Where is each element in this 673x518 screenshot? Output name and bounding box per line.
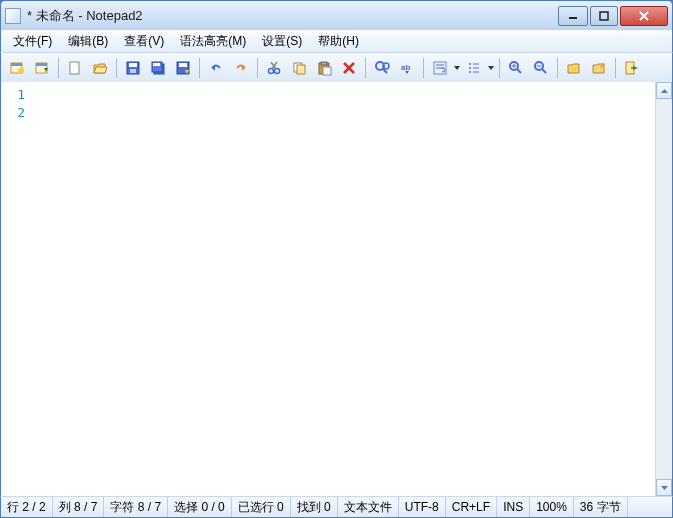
svg-point-40 (469, 71, 471, 73)
svg-line-47 (542, 69, 546, 73)
separator (615, 58, 616, 78)
status-bytes[interactable]: 36 字节 (574, 497, 628, 517)
menu-settings[interactable]: 设置(S) (254, 31, 310, 52)
svg-rect-15 (153, 63, 160, 66)
separator (499, 58, 500, 78)
svg-point-36 (469, 63, 471, 65)
svg-point-6 (18, 68, 24, 74)
scrollbar-track[interactable] (656, 99, 672, 479)
window-title: * 未命名 - Notepad2 (27, 7, 556, 25)
window-controls (556, 6, 668, 26)
svg-rect-11 (129, 63, 137, 67)
svg-rect-12 (130, 69, 136, 73)
scroll-down-icon[interactable] (656, 479, 672, 496)
svg-point-18 (269, 68, 274, 73)
status-char[interactable]: 字符 8 / 7 (104, 497, 168, 517)
open-file-icon[interactable] (88, 56, 112, 80)
status-sellines[interactable]: 已选行 0 (232, 497, 291, 517)
list-icon[interactable] (462, 56, 486, 80)
status-zoom[interactable]: 100% (530, 497, 574, 517)
svg-rect-1 (600, 12, 608, 20)
redo-icon[interactable] (229, 56, 253, 80)
new-file-icon[interactable] (63, 56, 87, 80)
separator (557, 58, 558, 78)
svg-rect-25 (321, 62, 327, 65)
status-eol[interactable]: CR+LF (446, 497, 497, 517)
menubar: 文件(F) 编辑(B) 查看(V) 语法高亮(M) 设置(S) 帮助(H) (0, 30, 673, 52)
svg-line-2 (640, 12, 648, 20)
svg-rect-8 (36, 63, 47, 66)
zoom-out-icon[interactable] (529, 56, 553, 80)
svg-line-3 (640, 12, 648, 20)
replace-icon[interactable]: ab (395, 56, 419, 80)
svg-point-19 (275, 68, 280, 73)
toolbar: ab (0, 52, 673, 82)
status-find[interactable]: 找到 0 (291, 497, 338, 517)
cut-icon[interactable] (262, 56, 286, 80)
svg-rect-17 (179, 63, 187, 67)
zoom-in-icon[interactable] (504, 56, 528, 80)
menu-view[interactable]: 查看(V) (116, 31, 172, 52)
menu-help[interactable]: 帮助(H) (310, 31, 367, 52)
svg-text:ab: ab (401, 63, 410, 72)
svg-rect-5 (11, 63, 22, 66)
save-icon[interactable] (121, 56, 145, 80)
undo-icon[interactable] (204, 56, 228, 80)
minimize-button[interactable] (558, 6, 588, 26)
edit-fav-icon[interactable] (587, 56, 611, 80)
save-as-icon[interactable] (171, 56, 195, 80)
exit-icon[interactable] (620, 56, 644, 80)
editor-area[interactable]: 1 2 (0, 82, 673, 496)
svg-rect-26 (323, 67, 331, 75)
copy-icon[interactable] (287, 56, 311, 80)
menu-syntax[interactable]: 语法高亮(M) (172, 31, 254, 52)
text-editor[interactable] (35, 82, 672, 496)
scroll-up-icon[interactable] (656, 82, 672, 99)
word-wrap-icon[interactable] (428, 56, 452, 80)
status-encoding[interactable]: UTF-8 (399, 497, 446, 517)
line-number: 1 (1, 86, 35, 104)
find-icon[interactable] (370, 56, 394, 80)
delete-icon[interactable] (337, 56, 361, 80)
statusbar: 行 2 / 2 列 8 / 7 字符 8 / 7 选择 0 / 0 已选行 0 … (0, 496, 673, 518)
svg-rect-23 (297, 65, 305, 74)
dropdown-icon[interactable] (453, 66, 461, 70)
menu-edit[interactable]: 编辑(B) (60, 31, 116, 52)
separator (116, 58, 117, 78)
favorites-icon[interactable] (562, 56, 586, 80)
save-all-icon[interactable] (146, 56, 170, 80)
open-in-icon[interactable] (30, 56, 54, 80)
menu-file[interactable]: 文件(F) (5, 31, 60, 52)
status-col[interactable]: 列 8 / 7 (53, 497, 105, 517)
status-filetype[interactable]: 文本文件 (338, 497, 399, 517)
status-mode[interactable]: INS (497, 497, 530, 517)
paste-icon[interactable] (312, 56, 336, 80)
app-icon (5, 8, 21, 24)
vertical-scrollbar[interactable] (655, 82, 672, 496)
separator (199, 58, 200, 78)
maximize-button[interactable] (590, 6, 618, 26)
app-window: * 未命名 - Notepad2 文件(F) 编辑(B) 查看(V) 语法高亮(… (0, 0, 673, 518)
svg-line-43 (517, 69, 521, 73)
separator (423, 58, 424, 78)
close-button[interactable] (620, 6, 668, 26)
separator (58, 58, 59, 78)
status-line[interactable]: 行 2 / 2 (1, 497, 53, 517)
separator (257, 58, 258, 78)
dropdown-icon[interactable] (487, 66, 495, 70)
titlebar[interactable]: * 未命名 - Notepad2 (0, 0, 673, 30)
status-sel[interactable]: 选择 0 / 0 (168, 497, 232, 517)
new-window-icon[interactable] (5, 56, 29, 80)
svg-point-38 (469, 67, 471, 69)
separator (365, 58, 366, 78)
line-number-gutter: 1 2 (1, 82, 35, 496)
line-number: 2 (1, 104, 35, 122)
